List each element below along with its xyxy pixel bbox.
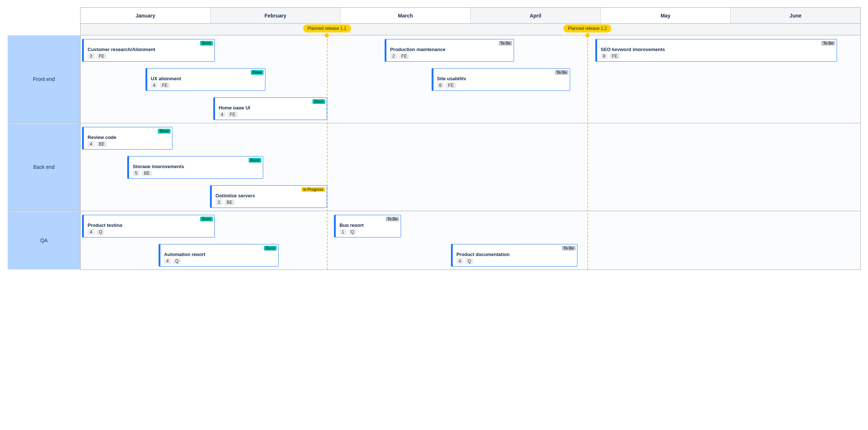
diamond-icon <box>324 33 330 38</box>
milestone-marker[interactable]: Planned release 1.2 <box>564 24 611 37</box>
task-title: SEO keyword improvements <box>601 47 833 51</box>
task-card[interactable]: DoneProduct testing4Q <box>82 215 215 237</box>
diamond-icon <box>585 33 590 38</box>
task-card[interactable]: DoneHome page UI4FE <box>213 97 327 120</box>
task-title: Review code <box>87 135 168 139</box>
task-title: Product documentation <box>456 252 573 256</box>
task-meta: 4Q <box>87 229 211 235</box>
task-card[interactable]: To DoSEO keyword improvements8FE <box>595 39 837 62</box>
points-pill: 4 <box>151 82 158 88</box>
team-pill: BE <box>225 199 235 205</box>
task-card[interactable]: To DoProduct documentation4Q <box>451 244 577 267</box>
points-pill: 3 <box>215 199 222 205</box>
month-header: March <box>340 8 471 23</box>
status-badge: To Do <box>821 41 835 46</box>
task-title: Home page UI <box>219 105 323 109</box>
swimlane-row: DoneProduct testing4QTo DoBug report1Q <box>81 211 860 240</box>
team-pill: FE <box>227 112 237 117</box>
points-pill: 2 <box>390 53 397 59</box>
month-header: June <box>731 8 860 23</box>
task-meta: 4FE <box>151 82 261 88</box>
status-badge: Done <box>251 70 264 75</box>
task-meta: 4Q <box>164 258 275 264</box>
task-card[interactable]: To DoSite usability6FE <box>432 68 571 91</box>
task-title: Optimlize servers <box>215 193 323 197</box>
swimlane-row: DoneAutomation report4QTo DoProduct docu… <box>81 240 860 270</box>
status-badge: Done <box>200 217 213 221</box>
task-title: Storage improvements <box>133 164 259 168</box>
team-pill: Q <box>466 258 473 264</box>
points-pill: 4 <box>87 141 94 147</box>
team-pill: BE <box>142 170 152 176</box>
task-meta: 4BE <box>87 141 168 147</box>
swimlane-label: Back end <box>8 123 81 211</box>
status-badge: To Do <box>555 70 569 75</box>
team-pill: Q <box>349 229 356 235</box>
status-badge: Done <box>249 158 261 163</box>
month-header: January <box>81 8 211 23</box>
swimlane-body: DoneCustomer research/Alignment3FETo DoP… <box>81 35 860 123</box>
swimlane-row: DoneHome page UI4FE <box>81 94 860 123</box>
task-card[interactable]: To DoBug report1Q <box>334 215 401 237</box>
milestone-label: Planned release 1.1 <box>303 24 351 32</box>
task-card[interactable]: DoneAutomation report4Q <box>159 244 279 267</box>
task-card[interactable]: To DoProduction maintenance2FE <box>385 39 514 62</box>
swimlane-row: DoneCustomer research/Alignment3FETo DoP… <box>81 35 860 65</box>
task-card[interactable]: DoneReview code4BE <box>82 127 172 150</box>
swimlane: QADoneProduct testing4QTo DoBug report1Q… <box>81 211 860 270</box>
team-pill: Q <box>97 229 104 235</box>
task-meta: 6FE <box>437 82 567 88</box>
task-title: Production maintenance <box>390 47 510 51</box>
month-header: February <box>211 8 341 23</box>
task-card[interactable]: DoneUX alignment4FE <box>145 68 265 91</box>
team-pill: FE <box>446 82 456 88</box>
status-badge: Done <box>312 99 325 104</box>
points-pill: 5 <box>133 170 140 176</box>
task-title: Site usability <box>437 76 567 80</box>
points-pill: 1 <box>339 229 346 235</box>
points-pill: 4 <box>219 112 226 117</box>
swimlane: Front endDoneCustomer research/Alignment… <box>81 35 860 123</box>
task-title: Automation report <box>164 252 275 256</box>
task-meta: 1Q <box>339 229 397 235</box>
swimlane-row: DoneReview code4BE <box>81 123 860 152</box>
team-pill: FE <box>160 82 170 88</box>
status-badge: Done <box>264 246 277 251</box>
milestone-label: Planned release 1.2 <box>564 24 611 32</box>
milestone-marker[interactable]: Planned release 1.1 <box>303 24 351 37</box>
task-card[interactable]: DoneStorage improvements5BE <box>127 156 263 179</box>
task-meta: 3BE <box>215 199 323 205</box>
task-meta: 4FE <box>219 112 323 117</box>
months-header: JanuaryFebruaryMarchAprilMayJune <box>81 8 860 24</box>
points-pill: 6 <box>437 82 444 88</box>
task-title: Customer research/Alignment <box>87 47 211 51</box>
task-meta: 5BE <box>133 170 259 176</box>
task-meta: 3FE <box>87 53 211 59</box>
status-badge: To Do <box>562 246 576 251</box>
status-badge: To Do <box>386 217 400 221</box>
status-badge: In Progress <box>301 187 325 192</box>
swimlane-body: DoneReview code4BEDoneStorage improvemen… <box>81 123 860 211</box>
task-card[interactable]: DoneCustomer research/Alignment3FE <box>82 39 215 62</box>
task-title: Product testing <box>87 222 211 227</box>
task-title: UX alignment <box>151 76 261 80</box>
task-meta: 2FE <box>390 53 510 59</box>
swimlanes: Front endDoneCustomer research/Alignment… <box>81 35 860 270</box>
task-card[interactable]: In ProgressOptimlize servers3BE <box>210 185 327 208</box>
swimlane-row: In ProgressOptimlize servers3BE <box>81 182 860 211</box>
status-badge: To Do <box>499 41 513 46</box>
team-pill: FE <box>610 53 619 59</box>
swimlane-label: QA <box>8 211 81 270</box>
points-pill: 8 <box>601 53 608 59</box>
points-pill: 4 <box>87 229 94 235</box>
team-pill: BE <box>97 141 107 147</box>
points-pill: 4 <box>456 258 463 264</box>
status-badge: Done <box>158 129 171 133</box>
swimlane-label: Front end <box>8 35 81 123</box>
swimlane: Back endDoneReview code4BEDoneStorage im… <box>81 123 860 211</box>
swimlane-body: DoneProduct testing4QTo DoBug report1QDo… <box>81 211 860 270</box>
points-pill: 3 <box>87 53 94 59</box>
points-pill: 4 <box>164 258 171 264</box>
swimlane-row: DoneUX alignment4FETo DoSite usability6F… <box>81 65 860 94</box>
month-header: May <box>601 8 731 23</box>
